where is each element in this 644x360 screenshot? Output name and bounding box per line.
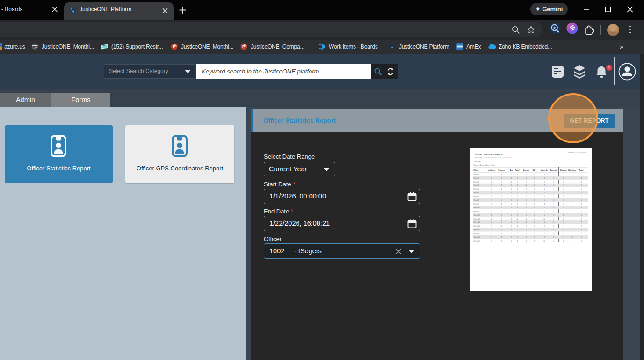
svg-text:3: 3 bbox=[581, 203, 582, 205]
svg-text:4: 4 bbox=[511, 174, 512, 176]
svg-text:0: 0 bbox=[572, 218, 572, 220]
svg-text:0: 0 bbox=[563, 181, 564, 183]
svg-text:0: 0 bbox=[511, 196, 512, 198]
svg-text:0: 0 bbox=[534, 207, 535, 209]
svg-text:11: 11 bbox=[510, 233, 512, 235]
svg-text:0: 0 bbox=[581, 184, 582, 186]
svg-text:1: 1 bbox=[553, 188, 554, 190]
svg-text:5: 5 bbox=[491, 225, 492, 227]
svg-text:10: 10 bbox=[563, 196, 564, 198]
svg-text:5: 5 bbox=[511, 203, 512, 205]
svg-text:4: 4 bbox=[501, 236, 502, 238]
svg-text:Officer 18: Officer 18 bbox=[473, 236, 480, 238]
svg-text:0: 0 bbox=[517, 192, 518, 194]
svg-text:1: 1 bbox=[534, 229, 535, 231]
svg-text:0: 0 bbox=[563, 188, 564, 190]
svg-text:1: 1 bbox=[511, 199, 512, 201]
svg-text:DUI: DUI bbox=[533, 169, 535, 171]
svg-text:Officer 6: Officer 6 bbox=[473, 192, 479, 194]
svg-text:0: 0 bbox=[572, 233, 572, 235]
svg-text:1: 1 bbox=[581, 196, 582, 198]
svg-text:3: 3 bbox=[517, 188, 518, 190]
svg-text:7: 7 bbox=[544, 184, 545, 186]
svg-text:0: 0 bbox=[563, 203, 564, 205]
svg-text:Officer 7: Officer 7 bbox=[473, 196, 479, 198]
svg-text:0: 0 bbox=[553, 221, 554, 223]
svg-text:0: 0 bbox=[544, 199, 545, 201]
svg-text:0: 0 bbox=[501, 192, 502, 194]
svg-text:0: 0 bbox=[553, 233, 554, 235]
svg-text:0: 0 bbox=[511, 225, 512, 227]
svg-text:0: 0 bbox=[534, 236, 535, 238]
svg-text:2: 2 bbox=[553, 192, 554, 194]
svg-text:5: 5 bbox=[526, 229, 527, 231]
svg-text:9: 9 bbox=[563, 221, 564, 223]
svg-text:0: 0 bbox=[534, 184, 535, 186]
svg-text:11: 11 bbox=[516, 229, 518, 231]
svg-text:0: 0 bbox=[534, 214, 535, 216]
svg-text:0: 0 bbox=[572, 203, 572, 205]
svg-text:0: 0 bbox=[544, 225, 545, 227]
svg-text:0: 0 bbox=[544, 221, 545, 223]
svg-text:2: 2 bbox=[501, 240, 502, 242]
svg-text:0: 0 bbox=[581, 229, 582, 231]
svg-text:3: 3 bbox=[517, 225, 518, 227]
svg-text:4: 4 bbox=[501, 188, 502, 190]
svg-text:5: 5 bbox=[491, 233, 492, 235]
svg-text:0: 0 bbox=[534, 181, 535, 183]
svg-text:3: 3 bbox=[511, 229, 512, 231]
svg-text:Total: Total bbox=[579, 169, 583, 171]
svg-text:0: 0 bbox=[572, 192, 572, 194]
svg-text:1: 1 bbox=[563, 184, 564, 186]
svg-text:0: 0 bbox=[534, 218, 535, 220]
svg-text:Printed 01/22/2026 16:08:21: Printed 01/22/2026 16:08:21 bbox=[568, 152, 587, 154]
svg-text:0: 0 bbox=[526, 211, 527, 213]
svg-text:7: 7 bbox=[544, 229, 545, 231]
svg-text:0: 0 bbox=[563, 192, 564, 194]
svg-text:1: 1 bbox=[544, 192, 545, 194]
svg-text:0: 0 bbox=[526, 233, 527, 235]
svg-text:10: 10 bbox=[543, 240, 545, 242]
svg-text:0: 0 bbox=[572, 221, 572, 223]
svg-text:9: 9 bbox=[501, 174, 502, 176]
svg-text:Officer 13: Officer 13 bbox=[473, 218, 480, 220]
svg-text:2: 2 bbox=[511, 207, 512, 209]
svg-text:0: 0 bbox=[581, 214, 582, 216]
svg-text:1: 1 bbox=[563, 207, 564, 209]
svg-text:4: 4 bbox=[501, 203, 502, 205]
svg-text:10: 10 bbox=[563, 240, 564, 242]
svg-text:10: 10 bbox=[510, 192, 512, 194]
svg-text:Officer: Officer bbox=[473, 169, 479, 171]
svg-text:4: 4 bbox=[517, 184, 518, 186]
svg-text:11: 11 bbox=[516, 233, 518, 235]
svg-text:0: 0 bbox=[501, 196, 502, 198]
svg-text:1: 1 bbox=[511, 214, 512, 216]
svg-text:0: 0 bbox=[534, 211, 535, 213]
svg-text:Officer 4: Officer 4 bbox=[473, 184, 479, 186]
svg-text:2: 2 bbox=[511, 218, 512, 220]
svg-text:0: 0 bbox=[553, 199, 554, 201]
svg-text:11: 11 bbox=[491, 214, 492, 216]
svg-text:4: 4 bbox=[581, 177, 582, 179]
svg-text:7: 7 bbox=[534, 240, 535, 242]
svg-text:0: 0 bbox=[491, 188, 492, 190]
svg-text:9: 9 bbox=[526, 203, 527, 205]
svg-text:9: 9 bbox=[501, 233, 502, 235]
svg-text:5: 5 bbox=[517, 196, 518, 198]
svg-text:Crashes: Crashes bbox=[498, 169, 505, 171]
svg-text:Citations: Citations bbox=[560, 169, 567, 171]
svg-text:Juvenile: Juvenile bbox=[541, 169, 548, 171]
svg-text:0: 0 bbox=[491, 203, 492, 205]
svg-text:0: 0 bbox=[563, 199, 564, 201]
svg-text:7: 7 bbox=[553, 203, 554, 205]
svg-text:Officer 5: Officer 5 bbox=[473, 188, 479, 190]
svg-text:10: 10 bbox=[543, 218, 545, 220]
svg-text:0: 0 bbox=[491, 192, 492, 194]
svg-text:11: 11 bbox=[580, 181, 582, 183]
svg-text:0: 0 bbox=[553, 184, 554, 186]
svg-text:7: 7 bbox=[572, 188, 572, 190]
svg-text:0: 0 bbox=[491, 240, 492, 242]
svg-text:3: 3 bbox=[534, 199, 535, 201]
svg-text:Officer Statistics Report: Officer Statistics Report bbox=[474, 153, 503, 156]
svg-text:0: 0 bbox=[491, 221, 492, 223]
